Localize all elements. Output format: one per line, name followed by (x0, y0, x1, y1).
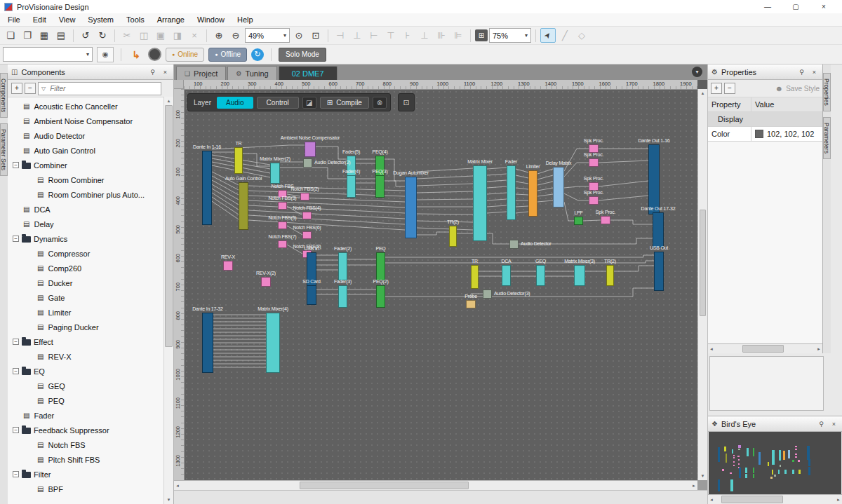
canvas-horizontal-scrollbar[interactable]: ◄ ► (174, 480, 697, 490)
canvas-vertical-scrollbar[interactable]: ▲ ▼ (697, 89, 707, 480)
tree-item-filter[interactable]: −Filter (8, 467, 164, 482)
block-tr-2[interactable] (606, 265, 614, 286)
paste-button[interactable]: ▣ (153, 28, 168, 43)
distribute-h-button[interactable]: ⊪ (434, 28, 449, 43)
snapshot-button[interactable]: ◉ (97, 47, 114, 62)
tab-list-button[interactable]: ▾ (692, 67, 702, 77)
block-notch-fbs-7[interactable] (278, 240, 287, 248)
block-matrix-mixer-4[interactable] (266, 313, 280, 373)
scroll-left-icon[interactable]: ◄ (175, 484, 180, 488)
scroll-thumb[interactable] (300, 482, 469, 489)
cut-button[interactable]: ✂ (119, 28, 135, 43)
block-matrix-mixer-2[interactable] (270, 163, 280, 184)
line-tool-button[interactable]: ╱ (557, 28, 573, 43)
tree-item-notch-fbs[interactable]: ▤Notch FBS (8, 437, 164, 452)
layer-control-button[interactable]: Control (257, 97, 299, 109)
tree-item-paging-ducker[interactable]: ▤Paging Ducker (8, 320, 164, 334)
close-icon[interactable]: × (810, 69, 819, 76)
scroll-thumb[interactable] (165, 105, 173, 347)
copy-button[interactable]: ◫ (136, 28, 152, 43)
close-button[interactable]: × (810, 0, 838, 13)
block-fader-2[interactable] (338, 252, 347, 280)
tree-item-comp260[interactable]: ▤Comp260 (8, 261, 164, 275)
components-scrollbar[interactable]: ▲ ▼ (163, 97, 173, 504)
scroll-right-icon[interactable]: ► (817, 347, 821, 351)
birdseye-view[interactable] (709, 432, 841, 494)
collapse-toggle-icon[interactable]: − (13, 427, 19, 433)
block-ambient-noise-compensator[interactable] (305, 142, 316, 157)
menu-item-help[interactable]: Help (231, 13, 260, 26)
scroll-up-icon[interactable]: ▲ (164, 97, 173, 105)
tree-item-feedback-suppressor[interactable]: −Feedback Suppressor (8, 423, 164, 437)
tab-02-dme7[interactable]: 02 DME7 (279, 66, 338, 80)
block-audio-detector-2[interactable] (303, 158, 312, 168)
block-dca[interactable] (502, 265, 511, 286)
tree-item-auto-gain-control[interactable]: ▤Auto Gain Control (8, 143, 164, 158)
zoom-level-select[interactable]: 49% ▾ (245, 28, 290, 43)
block-dugan-automixer[interactable] (405, 177, 417, 238)
close-icon[interactable]: × (161, 69, 170, 76)
block-notch-fbs-5[interactable] (278, 222, 287, 229)
collapse-all-button[interactable]: − (25, 83, 36, 94)
tree-item-eq[interactable]: −EQ (8, 364, 164, 379)
scroll-left-icon[interactable]: ◄ (709, 498, 714, 502)
tree-item-room-combiner-plus-auto[interactable]: ▤Room Combiner plus Auto... (8, 187, 164, 202)
connection-button[interactable]: ↳ (128, 48, 144, 62)
tree-item-combiner[interactable]: −Combiner (8, 158, 164, 172)
side-tab-parameters[interactable]: Parameters (823, 117, 831, 159)
filter-input[interactable] (48, 84, 158, 93)
block-notch-fbs-3[interactable] (278, 202, 287, 210)
pin-icon[interactable]: ⚲ (817, 421, 826, 428)
tree-item-limiter[interactable]: ▤Limiter (8, 305, 164, 320)
block-lpf[interactable] (574, 217, 583, 225)
align-center-button[interactable]: ⊥ (349, 28, 365, 43)
tree-item-bpf[interactable]: ▤BPF (8, 482, 164, 496)
menu-item-arrange[interactable]: Arrange (151, 13, 191, 26)
block-usb-out[interactable] (654, 252, 664, 291)
mute-icon[interactable]: ⊗ (373, 97, 387, 109)
block-audio-detector-3[interactable] (483, 290, 492, 299)
block-peq-2[interactable] (376, 285, 385, 308)
design-canvas[interactable]: Dante In 1-16TRMatrix Mixer(2)Ambient No… (184, 89, 697, 480)
tree-item-fader[interactable]: ▤Fader (8, 408, 164, 423)
scroll-thumb[interactable] (700, 210, 706, 316)
expand-all-button[interactable]: + (711, 83, 722, 94)
tree-item-dca[interactable]: ▤DCA (8, 202, 164, 217)
layers-icon[interactable]: ◪ (302, 97, 316, 109)
property-group-display[interactable]: Display (708, 112, 822, 127)
tree-item-compressor[interactable]: ▤Compressor (8, 246, 164, 261)
block-dante-in-1-16[interactable] (202, 151, 212, 225)
block-tr-2[interactable] (449, 226, 457, 247)
sync-button[interactable]: ↻ (251, 48, 264, 61)
tree-item-ambient-noise-compensator[interactable]: ▤Ambient Noise Compensator (8, 114, 164, 128)
menu-item-edit[interactable]: Edit (27, 13, 53, 26)
redo-button[interactable]: ↻ (95, 28, 110, 43)
tree-item-pitch-shift-fbs[interactable]: ▤Pitch Shift FBS (8, 452, 164, 467)
tree-item-delay[interactable]: ▤Delay (8, 217, 164, 231)
duplicate-button[interactable]: ◨ (170, 28, 185, 43)
tree-item-gate[interactable]: ▤Gate (8, 290, 164, 305)
collapse-toggle-icon[interactable]: − (13, 339, 19, 345)
tree-item-dynamics[interactable]: −Dynamics (8, 231, 164, 246)
align-middle-button[interactable]: ⊦ (400, 28, 415, 43)
tree-item-acoustic-echo-canceller[interactable]: ▤Acoustic Echo Canceller (8, 99, 164, 114)
pin-icon[interactable]: ⚲ (148, 69, 157, 76)
scroll-right-icon[interactable]: ► (836, 498, 841, 502)
collapse-all-button[interactable]: − (724, 83, 735, 94)
pointer-tool-button[interactable]: ➤ (540, 28, 556, 43)
property-value-color[interactable]: 102, 102, 102 (751, 127, 822, 141)
block-spk-proc[interactable] (589, 196, 599, 205)
menu-item-window[interactable]: Window (191, 13, 231, 26)
scroll-up-icon[interactable]: ▲ (698, 89, 707, 97)
align-bottom-button[interactable]: ⊥ (417, 28, 432, 43)
block-matrix-mixer-3[interactable] (574, 265, 585, 286)
menu-item-tools[interactable]: Tools (120, 13, 151, 26)
preset-select[interactable]: ▾ (3, 47, 93, 62)
solo-mode-button[interactable]: Solo Mode (279, 48, 326, 62)
scroll-left-icon[interactable]: ◄ (709, 347, 714, 351)
block-tr[interactable] (471, 265, 479, 289)
block-dante-in-17-32[interactable] (202, 313, 213, 373)
align-right-button[interactable]: ⊢ (366, 28, 382, 43)
block-delay-matrix[interactable] (553, 167, 564, 207)
collapse-toggle-icon[interactable]: − (13, 236, 19, 242)
